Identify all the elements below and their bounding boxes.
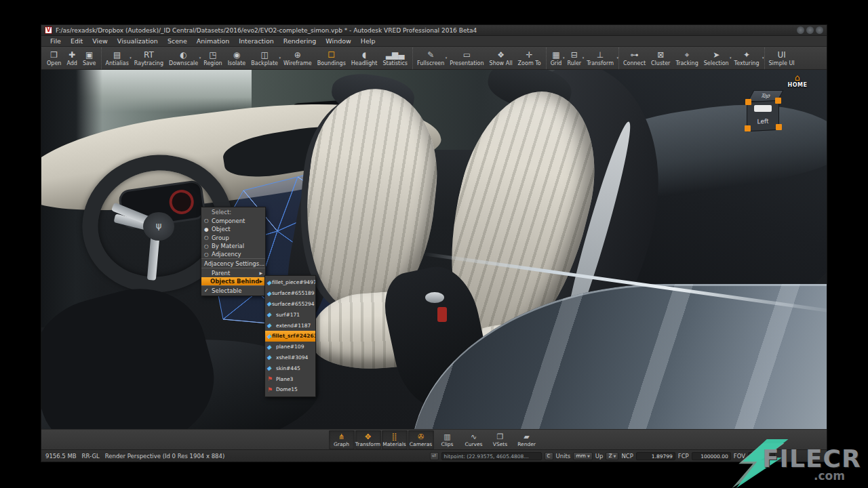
toolbar-button[interactable]: ▦ ▾ Grid bbox=[548, 47, 565, 69]
toolbar-button[interactable]: ◫ ▾ Backplate bbox=[248, 47, 281, 69]
toolbar-button[interactable]: ☐ Boundings bbox=[315, 47, 349, 69]
toolbar-button[interactable]: ⊟ ▾ Ruler bbox=[564, 47, 584, 69]
window-control-button[interactable] bbox=[806, 26, 814, 34]
context-menu-item[interactable]: ✓ Selectable bbox=[201, 287, 265, 296]
chevron-down-icon: ▼ bbox=[614, 454, 616, 458]
context-menu-item[interactable]: ● Object bbox=[201, 225, 265, 234]
menu-item[interactable]: View bbox=[87, 37, 113, 45]
toolbar-button[interactable]: ⊕ Wireframe bbox=[281, 47, 315, 69]
toolbar-button[interactable]: ⊥ ▾ Transform bbox=[584, 47, 619, 69]
dock-button[interactable]: ❐ VSets bbox=[488, 430, 513, 449]
toolbar-button[interactable]: ◐ ▾ Downscale bbox=[166, 47, 201, 69]
toolbar-button[interactable]: ▤ ▾ Antialias bbox=[103, 47, 132, 69]
toolbar-button-label: Transform bbox=[587, 60, 614, 66]
context-menu-item[interactable]: ○ Adjacency bbox=[201, 251, 265, 260]
submenu-object-item[interactable]: ◆ skin#445 bbox=[265, 363, 315, 373]
toolbar-button[interactable]: ▭ Presentation bbox=[447, 47, 486, 69]
toolbar-button[interactable]: ✛ Zoom To bbox=[515, 47, 547, 69]
toolbar-button[interactable]: ◖ Headlight bbox=[349, 47, 380, 69]
dock-button-label: Transform bbox=[355, 441, 380, 447]
menu-item[interactable]: Animation bbox=[192, 37, 234, 45]
toolbar-button[interactable]: ⌖ Tracking bbox=[673, 47, 701, 69]
toolbar-button[interactable]: ✚ Add bbox=[64, 47, 80, 69]
submenu-object-item[interactable]: ◆ surf#171 bbox=[265, 309, 315, 320]
submenu-object-item[interactable]: ◆ fillet_piece#9497 bbox=[265, 277, 315, 288]
view-cube-corner[interactable] bbox=[745, 99, 751, 105]
toolbar-button-label: Headlight bbox=[351, 60, 378, 66]
menu-item[interactable]: Visualization bbox=[113, 37, 163, 45]
toolbar-button[interactable]: UI Simple UI bbox=[766, 47, 797, 69]
viewport-3d[interactable]: ψ ⌂ HOME Top Left bbox=[41, 70, 827, 429]
toolbar-button-label: Fullscreen bbox=[417, 60, 444, 66]
surface-node-icon: ◆ bbox=[267, 354, 277, 361]
context-menu-item[interactable]: Adjacency Settings... bbox=[201, 260, 265, 268]
submenu-arrow-icon: ▶ bbox=[259, 270, 262, 275]
toolbar-button[interactable]: RT Raytracing bbox=[132, 47, 166, 69]
dock-button[interactable]: ▥ Clips bbox=[435, 430, 460, 449]
toolbar-button[interactable]: ➤ ▾ Selection bbox=[701, 47, 732, 69]
hitpoint-field[interactable]: hitpoint: (22.93575, 4605.4808... bbox=[441, 452, 542, 460]
view-cube[interactable]: Top Left bbox=[747, 90, 783, 132]
dock-button[interactable]: ✥ Transform bbox=[355, 430, 381, 449]
submenu-object-item[interactable]: ◆ surface#655294 bbox=[265, 299, 315, 310]
toolbar-button[interactable]: ▣ Save bbox=[80, 47, 102, 69]
view-cube-corner[interactable] bbox=[776, 124, 782, 130]
toolbar-button[interactable]: ❒ Open bbox=[44, 47, 64, 69]
toolbar-button[interactable]: ◳ Region bbox=[201, 47, 224, 69]
dock-button[interactable]: ∿ Curves bbox=[461, 430, 487, 449]
dock-button[interactable]: ⋔ Graph bbox=[329, 430, 355, 449]
submenu-object-item[interactable]: ◆ plane#109 bbox=[265, 342, 315, 352]
submenu-object-item[interactable]: ◆ extend#1187 bbox=[265, 320, 315, 331]
toolbar-button-icon: ✎ bbox=[427, 50, 434, 60]
seatbelt-buckle bbox=[437, 307, 447, 322]
menu-item[interactable]: Help bbox=[356, 37, 380, 45]
view-cube-corner[interactable] bbox=[745, 125, 751, 131]
window-control-button[interactable] bbox=[816, 26, 823, 34]
window-control-button[interactable] bbox=[797, 26, 804, 34]
toolbar-button[interactable]: ⊶ Connect bbox=[620, 47, 648, 69]
dock-button[interactable]: ✇ Cameras bbox=[408, 430, 434, 449]
fov-field[interactable] bbox=[748, 452, 775, 460]
context-menu-item[interactable]: Parent ▶ bbox=[201, 269, 265, 278]
menu-item[interactable]: Rendering bbox=[279, 37, 321, 45]
dock-button[interactable]: ▰ Render bbox=[514, 430, 540, 449]
select-context-menu: Select: ○ Component ● Object ○ Group ○ B… bbox=[201, 207, 266, 296]
menu-item[interactable]: Scene bbox=[163, 37, 192, 45]
c-button[interactable]: C bbox=[545, 452, 553, 460]
context-menu-item[interactable]: ○ By Material bbox=[201, 242, 265, 251]
surface-node-icon: ◆ bbox=[267, 322, 277, 329]
ncp-field[interactable]: 1.89799 bbox=[636, 452, 675, 460]
context-menu-item[interactable]: ○ Component bbox=[201, 217, 265, 226]
window-controls bbox=[797, 26, 823, 34]
dock-button[interactable]: ⣿ Materials bbox=[382, 430, 408, 449]
context-menu-item[interactable]: Select: bbox=[201, 208, 265, 217]
toolbar-button[interactable]: ◉ Isolate bbox=[225, 47, 249, 69]
toolbar-button[interactable]: ⊠ Cluster bbox=[648, 47, 673, 69]
objects-behind-submenu: ◆ fillet_piece#9497 ◆ surface#655189 ◆ s… bbox=[264, 275, 316, 397]
fcp-field[interactable]: 100000.00 bbox=[692, 452, 731, 460]
snapshot-button[interactable]: ⏎ bbox=[430, 452, 439, 460]
submenu-object-item[interactable]: ⚑ Dome15 bbox=[265, 384, 315, 395]
menu-item[interactable]: File bbox=[45, 37, 66, 45]
toolbar-button[interactable]: ❖ Show All bbox=[487, 47, 515, 69]
menu-item[interactable]: Window bbox=[321, 37, 355, 45]
units-select[interactable]: mm▼ bbox=[573, 452, 592, 460]
toolbar-button-label: Cluster bbox=[651, 60, 670, 66]
menu-item[interactable]: Edit bbox=[66, 37, 87, 45]
menu-item[interactable]: Interaction bbox=[234, 37, 279, 45]
context-menu-item-label: Object bbox=[212, 226, 262, 232]
submenu-object-item[interactable]: ◆ xshell#3094 bbox=[265, 352, 315, 363]
context-menu-item[interactable]: Objects Behind ▶ bbox=[201, 277, 265, 286]
toolbar-button[interactable]: ✎ ▾ Fullscreen bbox=[414, 47, 447, 69]
toolbar-button[interactable]: ✦ ▾ Texturing bbox=[732, 47, 765, 69]
toolbar-button-icon: ▤ bbox=[113, 50, 121, 60]
radio-check-icon: ✓ bbox=[204, 287, 212, 293]
up-axis-select[interactable]: Z▼ bbox=[606, 452, 618, 460]
view-cube-corner[interactable] bbox=[775, 98, 781, 104]
submenu-object-item[interactable]: ◆ surface#655189 bbox=[265, 288, 315, 299]
submenu-object-item[interactable]: ⚑ Plane3 bbox=[265, 373, 315, 384]
home-button[interactable]: ⌂ HOME bbox=[777, 74, 818, 88]
toolbar-button[interactable]: ▃▆▄ Statistics bbox=[380, 47, 413, 69]
context-menu-item[interactable]: ○ Group bbox=[201, 234, 265, 243]
submenu-object-item[interactable]: ◆ fillet_srf#24263 bbox=[265, 331, 315, 342]
